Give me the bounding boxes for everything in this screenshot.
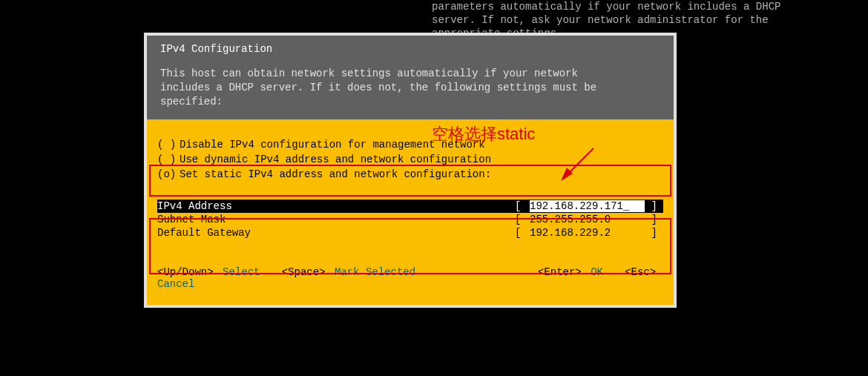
ip-fields: IPv4 Address [ 192.168.229.171_ ] Subnet… xyxy=(157,199,663,240)
hint-updown-key: <Up/Down> xyxy=(157,266,214,278)
field-subnet-mask[interactable]: Subnet Mask [ 255.255.255.0 ] xyxy=(157,213,663,226)
hint-esc-key: <Esc> xyxy=(625,266,656,278)
hint-space-key: <Space> xyxy=(282,266,326,278)
hint-enter-action: OK xyxy=(591,266,603,278)
radio-static-ipv4[interactable]: (o)Set static IPv4 address and network c… xyxy=(157,167,663,182)
radio-disable-ipv4[interactable]: ( )Disable IPv4 configuration for manage… xyxy=(157,137,663,152)
field-default-gateway[interactable]: Default Gateway [ 192.168.229.2 ] xyxy=(157,226,663,240)
default-gateway-input[interactable]: 192.168.229.2 xyxy=(530,227,645,239)
hint-esc-action: Cancel xyxy=(157,278,194,290)
radio-dynamic-ipv4[interactable]: ( )Use dynamic IPv4 address and network … xyxy=(157,152,663,167)
ipv4-address-input[interactable]: 192.168.229.171_ xyxy=(530,200,645,212)
dialog-description: This host can obtain network settings au… xyxy=(160,67,660,109)
dialog-body: ( )Disable IPv4 configuration for manage… xyxy=(147,119,674,305)
subnet-mask-input[interactable]: 255.255.255.0 xyxy=(530,214,645,225)
field-ipv4-address[interactable]: IPv4 Address [ 192.168.229.171_ ] xyxy=(157,199,663,213)
dialog-footer: <Up/Down> Select <Space> Mark Selected <… xyxy=(157,262,663,294)
dialog-title: IPv4 Configuration xyxy=(160,43,660,55)
annotation-text: 空格选择static xyxy=(432,123,535,145)
dialog-header: IPv4 Configuration This host can obtain … xyxy=(147,36,674,119)
ipv4-config-dialog: IPv4 Configuration This host can obtain … xyxy=(144,33,677,308)
hint-space-action: Mark Selected xyxy=(335,266,415,278)
hint-enter-key: <Enter> xyxy=(538,266,582,278)
hint-updown-action: Select xyxy=(223,266,260,278)
